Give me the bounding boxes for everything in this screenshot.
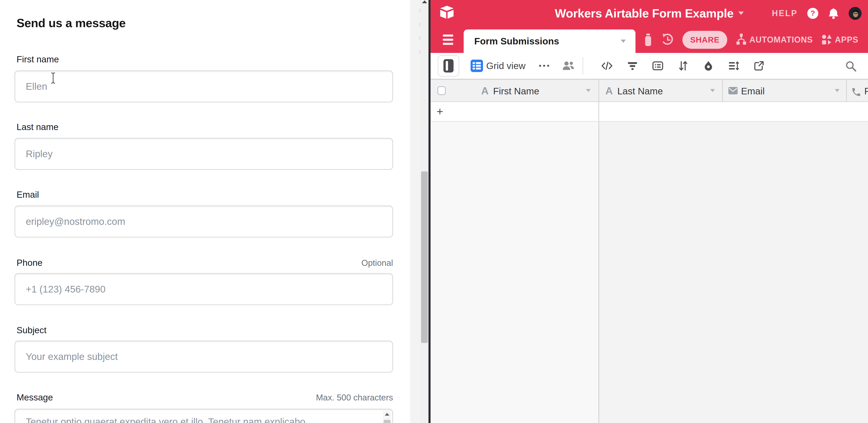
views-sidebar-toggle-button[interactable] bbox=[438, 55, 459, 77]
message-textarea[interactable]: Tenetur optio quaerat expedita vero et i… bbox=[14, 409, 393, 423]
add-row[interactable]: + bbox=[431, 102, 868, 122]
apps-button[interactable]: APPS bbox=[822, 34, 858, 46]
text-field-type-icon: A bbox=[481, 85, 489, 97]
column-header-last-name[interactable]: Last Name bbox=[617, 86, 663, 97]
phone-optional-hint: Optional bbox=[14, 258, 393, 268]
subject-input[interactable] bbox=[14, 341, 393, 372]
base-title[interactable]: Workers Airtable Form Example bbox=[555, 6, 734, 20]
table-tab-caret-icon[interactable] bbox=[621, 39, 626, 43]
page-scrollbar-thumb[interactable] bbox=[421, 172, 428, 343]
collaborators-icon[interactable] bbox=[562, 61, 575, 71]
first-name-input[interactable] bbox=[14, 70, 393, 102]
phone-field-type-icon bbox=[851, 87, 862, 97]
page-scrollbar-gutter bbox=[410, 0, 429, 423]
airtable-pane: Workers Airtable Form Example HELP ? bbox=[431, 0, 868, 423]
scroll-up-arrow-icon[interactable] bbox=[385, 413, 390, 416]
table-tab-form-submissions[interactable]: Form Submissions bbox=[464, 29, 636, 53]
view-options-ellipsis-button[interactable]: ••• bbox=[539, 62, 551, 70]
contact-form-pane: Send us a message First name Last name E… bbox=[0, 0, 410, 423]
column-header-phone[interactable]: Phone bbox=[864, 86, 868, 97]
history-icon[interactable] bbox=[662, 33, 674, 47]
airtable-topbar: Workers Airtable Form Example HELP ? bbox=[431, 0, 868, 27]
notifications-bell-icon[interactable] bbox=[828, 7, 839, 19]
window-split-divider bbox=[429, 0, 431, 423]
sidebar-toggle-icon bbox=[443, 59, 454, 72]
row-height-icon[interactable] bbox=[728, 60, 739, 71]
phone-input[interactable] bbox=[14, 273, 393, 305]
group-icon[interactable] bbox=[652, 60, 663, 71]
column-divider bbox=[598, 102, 599, 121]
column-menu-caret-icon[interactable] bbox=[586, 89, 591, 92]
column-header-email[interactable]: Email bbox=[741, 86, 765, 97]
toolbar-divider bbox=[583, 57, 583, 74]
message-placeholder-text: Tenetur optio quaerat expedita vero et i… bbox=[26, 415, 372, 423]
hide-fields-icon[interactable] bbox=[601, 60, 613, 71]
page-scrollbar-track[interactable] bbox=[421, 0, 429, 423]
view-name-label[interactable]: Grid view bbox=[486, 61, 526, 71]
apps-icon bbox=[822, 34, 832, 46]
column-menu-caret-icon[interactable] bbox=[710, 89, 715, 92]
user-avatar[interactable] bbox=[849, 7, 862, 20]
share-button[interactable]: SHARE bbox=[682, 31, 727, 49]
select-all-checkbox[interactable] bbox=[437, 86, 446, 95]
column-menu-caret-icon[interactable] bbox=[835, 89, 839, 92]
base-title-caret-icon[interactable] bbox=[738, 11, 744, 15]
email-input[interactable] bbox=[14, 206, 393, 238]
view-toolbar: Grid view ••• bbox=[431, 53, 868, 80]
color-icon[interactable] bbox=[703, 60, 714, 71]
scrollbar-up-arrow-icon[interactable] bbox=[422, 0, 427, 3]
grid-empty-area bbox=[599, 122, 868, 423]
grid-empty-area-primary bbox=[431, 122, 598, 423]
email-label: Email bbox=[17, 190, 39, 200]
sidebar-menu-button[interactable] bbox=[443, 34, 453, 45]
first-name-label: First name bbox=[17, 54, 59, 64]
subject-label: Subject bbox=[17, 325, 46, 335]
column-divider[interactable] bbox=[722, 80, 723, 101]
table-tab-label: Form Submissions bbox=[474, 36, 559, 47]
automations-icon bbox=[736, 33, 747, 47]
column-divider[interactable] bbox=[846, 80, 847, 101]
text-field-type-icon: A bbox=[606, 85, 613, 97]
column-divider[interactable] bbox=[598, 80, 599, 101]
search-icon[interactable] bbox=[845, 60, 857, 72]
last-name-input[interactable] bbox=[14, 138, 393, 170]
grid-view-icon[interactable] bbox=[471, 60, 483, 72]
filter-icon[interactable] bbox=[627, 60, 638, 71]
help-button[interactable]: HELP bbox=[772, 8, 798, 18]
message-scrollbar[interactable] bbox=[383, 411, 391, 423]
form-title: Send us a message bbox=[17, 16, 126, 30]
last-name-label: Last name bbox=[17, 122, 58, 132]
text-cursor-icon bbox=[50, 72, 56, 84]
message-max-hint: Max. 500 characters bbox=[14, 393, 393, 402]
column-divider bbox=[598, 122, 599, 423]
grid-header-row: A First Name A Last Name Email Phone bbox=[431, 80, 868, 102]
message-scrollbar-thumb[interactable] bbox=[384, 420, 391, 423]
trash-icon[interactable] bbox=[643, 33, 653, 47]
automations-button[interactable]: AUTOMATIONS bbox=[736, 33, 813, 47]
help-question-icon[interactable]: ? bbox=[807, 8, 818, 19]
email-field-type-icon bbox=[728, 87, 738, 95]
column-header-first-name[interactable]: First Name bbox=[493, 86, 539, 97]
share-view-icon[interactable] bbox=[753, 60, 765, 71]
table-tabs-bar: Form Submissions SHARE bbox=[431, 27, 868, 53]
sort-icon[interactable] bbox=[678, 60, 689, 71]
add-row-plus-icon[interactable]: + bbox=[437, 105, 443, 118]
